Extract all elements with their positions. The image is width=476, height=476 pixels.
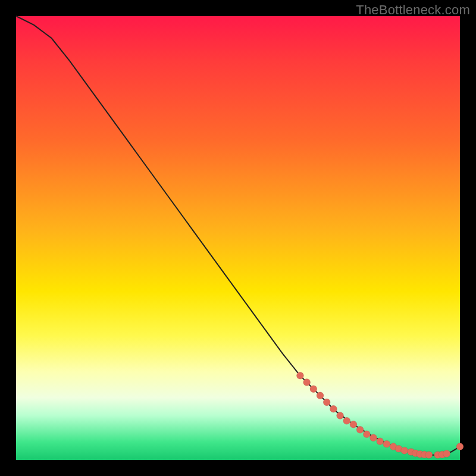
plot-area (16, 16, 460, 460)
chart-frame: TheBottleneck.com (0, 0, 476, 476)
data-marker (363, 431, 370, 438)
marker-group (296, 372, 464, 458)
data-marker (323, 399, 330, 406)
data-marker (337, 412, 344, 419)
data-marker (425, 451, 433, 458)
chart-svg (16, 16, 460, 460)
data-marker (383, 440, 390, 447)
data-marker (296, 372, 303, 379)
data-marker (356, 426, 364, 433)
data-marker (456, 443, 464, 450)
data-marker (317, 392, 324, 399)
data-marker (343, 417, 350, 424)
data-marker (443, 450, 450, 458)
data-marker (370, 434, 377, 441)
watermark-text: TheBottleneck.com (356, 2, 470, 18)
data-marker (350, 421, 357, 428)
data-marker (377, 438, 384, 445)
data-marker (401, 447, 408, 454)
data-marker (330, 405, 337, 412)
bottleneck-curve (16, 16, 460, 455)
data-marker (303, 378, 311, 386)
data-marker (310, 386, 317, 393)
